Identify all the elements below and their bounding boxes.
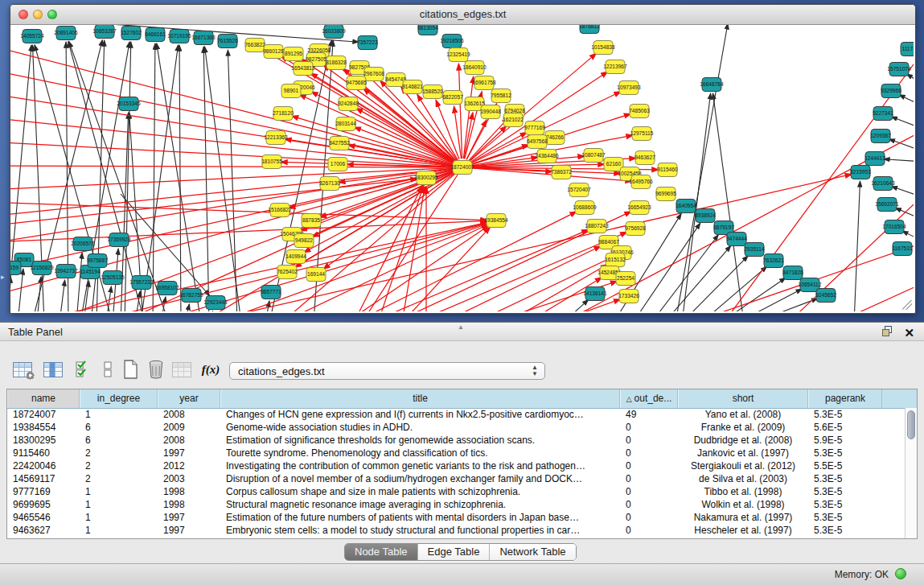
- graph-node[interactable]: 10653287: [92, 25, 117, 39]
- graph-node[interactable]: 1588520: [422, 85, 443, 99]
- graph-node[interactable]: 10973493: [617, 81, 641, 95]
- column-header-pagerank[interactable]: pagerank: [808, 389, 882, 408]
- graph-node[interactable]: 8186328: [326, 56, 347, 70]
- table-row[interactable]: 1872400712008Changes of HCN gene express…: [7, 408, 905, 421]
- graph-node[interactable]: 1409944: [285, 250, 306, 264]
- graph-node[interactable]: 9756928: [625, 222, 646, 236]
- graph-node[interactable]: 2803144: [335, 117, 356, 131]
- graph-node[interactable]: 1876812: [579, 25, 600, 34]
- delete-icon[interactable]: [145, 358, 167, 381]
- graph-node[interactable]: 891295: [284, 47, 303, 61]
- graph-node[interactable]: 16648784: [700, 78, 724, 92]
- graph-node[interactable]: 12213967: [603, 60, 627, 74]
- graph-node[interactable]: 7632621: [763, 254, 784, 268]
- graph-node[interactable]: 1209387: [870, 130, 891, 143]
- graph-node[interactable]: 18724007: [450, 161, 474, 175]
- graph-node[interactable]: 16543812: [291, 62, 315, 76]
- vertical-scrollbar[interactable]: [905, 408, 917, 538]
- column-header-short[interactable]: short: [678, 389, 808, 408]
- graph-node[interactable]: 7615526: [217, 35, 238, 48]
- graph-node[interactable]: 6822057: [442, 91, 463, 105]
- column-header-name[interactable]: name: [7, 389, 80, 408]
- graph-node[interactable]: 8427552: [329, 137, 350, 150]
- select-column-icon[interactable]: [42, 358, 64, 381]
- table-row[interactable]: 1830029562008Estimation of significance …: [7, 434, 905, 447]
- graph-node[interactable]: 14055724: [20, 30, 44, 43]
- table-row[interactable]: 946554611997Estimation of the future num…: [7, 511, 905, 524]
- graph-node[interactable]: 20206576: [71, 237, 95, 251]
- graph-node[interactable]: 2967608: [363, 68, 384, 81]
- graph-node[interactable]: 18640910: [462, 61, 487, 75]
- tab-edge-table[interactable]: Edge Table: [418, 544, 491, 560]
- graph-node[interactable]: 2935114: [744, 243, 765, 257]
- splitter-grip-icon[interactable]: ▲: [458, 323, 464, 331]
- graph-node[interactable]: 1621022: [503, 113, 524, 127]
- graph-node[interactable]: 17016504: [882, 220, 906, 234]
- graph-node[interactable]: 33159: [10, 262, 21, 275]
- graph-node[interactable]: 9463627: [634, 151, 655, 165]
- graph-node[interactable]: 1244413: [864, 152, 885, 166]
- graph-node[interactable]: 8215953: [850, 166, 871, 179]
- graph-node[interactable]: 8471826: [782, 266, 803, 280]
- graph-node[interactable]: 7625402: [277, 266, 298, 279]
- table-selector-dropdown[interactable]: citations_edges.txt ▲▼: [229, 362, 545, 380]
- table-row[interactable]: 1938455462009Genome-wide association stu…: [7, 421, 905, 434]
- float-window-icon[interactable]: [881, 325, 893, 340]
- graph-node[interactable]: 9242848: [338, 97, 359, 111]
- graph-node[interactable]: 18807243: [585, 220, 609, 233]
- graph-node[interactable]: 9860128: [263, 45, 284, 59]
- graph-node[interactable]: 16958107: [155, 282, 179, 295]
- graph-node[interactable]: 12213363: [264, 131, 288, 145]
- table-row[interactable]: 977716911998Corpus callosum shape and si…: [7, 485, 905, 498]
- graph-node[interactable]: 9699695: [655, 187, 676, 201]
- graph-node[interactable]: 111745: [901, 43, 914, 56]
- graph-node[interactable]: 18300295: [414, 171, 438, 185]
- graph-node[interactable]: 1640954: [676, 200, 696, 213]
- graph-node[interactable]: 12325419: [446, 48, 470, 62]
- graph-node[interactable]: 10688609: [573, 201, 597, 215]
- column-header-out_degree[interactable]: △out_de...: [620, 389, 678, 408]
- graph-node[interactable]: 9475685: [346, 76, 367, 90]
- graph-node[interactable]: 10807487: [581, 149, 606, 163]
- graph-node[interactable]: 1990448: [480, 105, 501, 119]
- graph-node[interactable]: 15692071: [875, 198, 899, 212]
- graph-node[interactable]: 9777169: [524, 122, 545, 135]
- graph-node[interactable]: 16654923: [627, 201, 651, 215]
- graph-node[interactable]: 7955812: [491, 89, 511, 103]
- graph-node[interactable]: 17957233: [129, 276, 154, 290]
- graph-node[interactable]: 8267130: [319, 177, 340, 191]
- graph-node[interactable]: 9474444: [726, 233, 747, 246]
- graph-node[interactable]: 16961758: [472, 76, 496, 90]
- memory-status-icon[interactable]: [895, 568, 906, 579]
- graph-node[interactable]: 16495766: [629, 175, 653, 189]
- graph-node[interactable]: 9245652: [815, 289, 836, 303]
- graph-node[interactable]: 169144: [306, 268, 326, 282]
- graph-node[interactable]: 9115460: [657, 163, 678, 177]
- graph-node[interactable]: 98901: [281, 84, 301, 98]
- graph-node[interactable]: 9329966: [881, 84, 901, 98]
- graph-node[interactable]: 12156829: [30, 262, 54, 275]
- graph-node[interactable]: 12923448: [203, 296, 228, 310]
- graph-node[interactable]: 1167531: [892, 242, 913, 256]
- table-row[interactable]: 969969511998Structural magnetic resonanc…: [7, 498, 905, 511]
- column-header-year[interactable]: year: [158, 389, 220, 408]
- graph-node[interactable]: 6466161: [145, 28, 166, 42]
- graph-node[interactable]: 1733426: [618, 290, 639, 303]
- graph-node[interactable]: 1527602: [121, 27, 142, 40]
- graph-node[interactable]: 16782759: [179, 289, 203, 303]
- graph-node[interactable]: 10154838: [591, 41, 615, 55]
- tab-network-table[interactable]: Network Table: [490, 544, 575, 560]
- scrollbar-thumb[interactable]: [907, 410, 915, 439]
- select-rows-icon[interactable]: [72, 358, 95, 381]
- graph-node[interactable]: 15166822: [268, 204, 292, 217]
- tab-node-table[interactable]: Node Table: [345, 544, 418, 560]
- graph-node[interactable]: 9146821: [402, 80, 423, 94]
- graph-node[interactable]: 2718120: [273, 107, 294, 121]
- graph-node[interactable]: 8813054: [417, 25, 438, 35]
- panel-collapse-arrow[interactable]: ▸: [1, 274, 5, 281]
- graph-node[interactable]: 7386372: [551, 166, 572, 179]
- graph-node[interactable]: 9857771: [261, 286, 281, 299]
- graph-node[interactable]: 14136141: [583, 287, 607, 301]
- graph-node[interactable]: 9975887: [87, 254, 108, 268]
- graph-node[interactable]: 949822: [294, 234, 314, 248]
